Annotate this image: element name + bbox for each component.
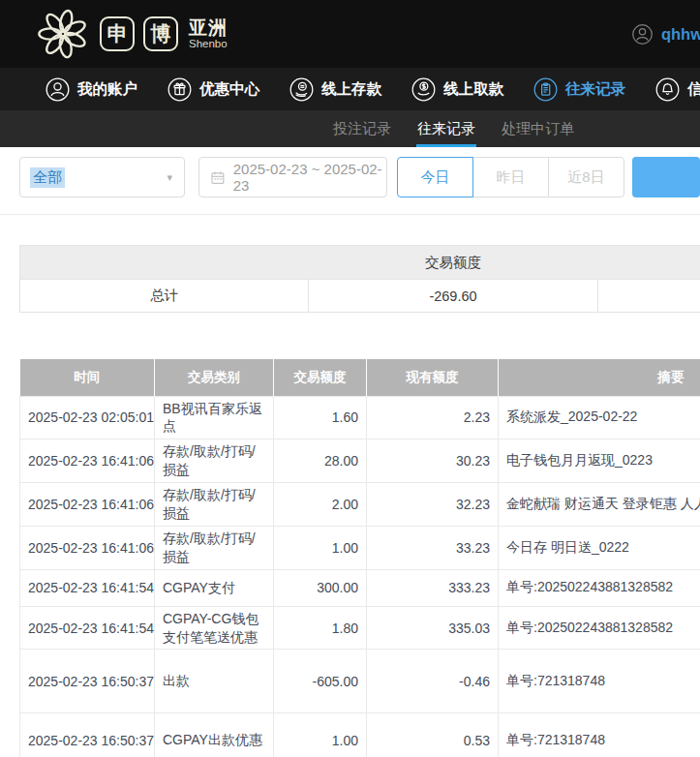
gift-icon [167, 76, 193, 103]
cell-summary: 系统派发_2025-02-22 [499, 396, 700, 439]
bell-icon [654, 76, 681, 103]
col-header-time: 时间 [20, 359, 155, 396]
cell-time: 2025-02-23 02:05:01 [20, 396, 155, 439]
summary-total-value: -269.60 [309, 280, 597, 313]
date-range-value: 2025-02-23 ~ 2025-02-23 [233, 161, 386, 194]
cell-time: 2025-02-23 16:50:37 [20, 713, 155, 757]
cell-balance: 30.23 [367, 439, 499, 483]
logo-char-shen: 申 [100, 16, 135, 51]
page: 申 博 亚洲 Shenbo qhhw [0, 0, 700, 757]
cell-type: CGPAY出款优惠 [155, 713, 274, 757]
username-text[interactable]: qhhw [661, 25, 700, 44]
cell-type: 出款 [155, 650, 274, 713]
last-8-days-button[interactable]: 近8日 [548, 157, 624, 197]
cell-amount: 28.00 [274, 439, 367, 483]
cell-summary: 电子钱包月月返现_0223 [499, 439, 700, 483]
cell-type: 存款/取款/打码/损益 [155, 439, 274, 483]
records-header-row: 时间 交易类别 交易额度 现有额度 摘要 [20, 359, 700, 396]
table-row: 2025-02-23 16:41:06 存款/取款/打码/损益 1.00 33.… [20, 526, 700, 569]
cell-balance: 0.53 [367, 713, 499, 757]
nav-label: 线上存款 [321, 79, 381, 100]
cell-time: 2025-02-23 16:41:06 [20, 439, 155, 483]
section-divider [0, 214, 700, 215]
cell-summary: 今日存 明日送_0222 [499, 526, 700, 569]
cell-amount: 1.00 [274, 526, 367, 569]
cell-amount: 1.00 [274, 713, 367, 757]
cell-time: 2025-02-23 16:41:06 [20, 483, 155, 527]
filter-bar: 全部 ▾ 2025-02-23 ~ 2025-02-23 今日 昨日 近8日 [19, 157, 700, 197]
cell-type: BB视讯百家乐返点 [155, 396, 274, 439]
nav-item-deposit[interactable]: 线上存款 [289, 76, 381, 103]
summary-empty-cell [597, 280, 700, 313]
yesterday-button[interactable]: 昨日 [472, 157, 549, 197]
nav-item-messages[interactable]: 信息中心 [654, 76, 700, 103]
cell-time: 2025-02-23 16:41:54 [20, 569, 155, 606]
col-header-amount: 交易额度 [274, 359, 367, 396]
user-icon [45, 76, 71, 103]
summary-header-label: 交易额度 [20, 246, 700, 280]
table-row: 2025-02-23 16:41:54 CGPAY-CG钱包支付笔笔送优惠 1.… [20, 606, 700, 650]
avatar-icon [630, 22, 654, 46]
nav-label: 我的账户 [77, 79, 137, 100]
table-row: 2025-02-23 16:41:54 CGPAY支付 300.00 333.2… [20, 569, 700, 606]
cell-balance: 33.23 [367, 526, 499, 569]
records-table: 时间 交易类别 交易额度 现有额度 摘要 2025-02-23 02:05:01… [19, 359, 700, 757]
cell-amount: -605.00 [274, 650, 367, 713]
nav-item-promotions[interactable]: 优惠中心 [167, 76, 259, 103]
summary-total-label: 总计 [20, 280, 309, 313]
brand-logo: 申 博 亚洲 Shenbo [35, 6, 228, 62]
tab-processing-orders[interactable]: 处理中订单 [502, 110, 574, 147]
cell-balance: 335.03 [367, 606, 499, 650]
col-header-balance: 现有额度 [367, 359, 499, 396]
table-row: 2025-02-23 16:50:37 CGPAY出款优惠 1.00 0.53 … [20, 713, 700, 757]
top-header: 申 博 亚洲 Shenbo qhhw [0, 0, 700, 68]
summary-table: 交易额度 总计 -269.60 [19, 245, 700, 313]
today-button[interactable]: 今日 [397, 157, 473, 197]
type-select[interactable]: 全部 ▾ [19, 157, 185, 197]
cell-amount: 300.00 [274, 569, 367, 606]
coin-deposit-icon [289, 76, 315, 103]
cell-amount: 1.80 [274, 606, 367, 650]
col-header-summary: 摘要 [499, 359, 700, 396]
nav-item-my-account[interactable]: 我的账户 [45, 76, 137, 103]
search-button[interactable] [632, 157, 700, 197]
table-row: 2025-02-23 16:50:37 出款 -605.00 -0.46 单号:… [20, 650, 700, 713]
records-icon [533, 76, 559, 103]
main-nav: 我的账户 优惠中心 [0, 68, 700, 110]
cell-summary: 金蛇献瑞 财运通天 登录钜惠 人人皆 [499, 483, 700, 527]
nav-label: 往来记录 [565, 79, 625, 100]
tab-betting-records[interactable]: 投注记录 [333, 110, 391, 147]
coin-withdraw-icon [411, 76, 437, 103]
chevron-down-icon: ▾ [167, 171, 172, 184]
cell-summary: 单号:721318748 [499, 650, 700, 713]
cell-summary: 单号:202502243881328582 [499, 606, 700, 650]
logo-name-en: Shenbo [189, 38, 228, 49]
cell-balance: -0.46 [367, 650, 499, 713]
col-header-type: 交易类别 [155, 359, 274, 396]
cell-type: CGPAY支付 [155, 569, 274, 606]
calendar-icon [210, 169, 226, 186]
nav-label: 优惠中心 [199, 79, 259, 100]
tab-bar: 投注记录 往来记录 处理中订单 [0, 110, 700, 147]
cell-summary: 单号:202502243881328582 [499, 569, 700, 606]
quick-range-group: 今日 昨日 近8日 [397, 157, 624, 197]
nav-label: 信息中心 [687, 79, 700, 100]
cell-time: 2025-02-23 16:50:37 [20, 650, 155, 713]
table-row: 2025-02-23 16:41:06 存款/取款/打码/损益 28.00 30… [20, 439, 700, 483]
cell-balance: 2.23 [367, 396, 499, 439]
cell-amount: 2.00 [274, 483, 367, 527]
nav-item-withdraw[interactable]: 线上取款 [411, 76, 503, 103]
logo-char-bo: 博 [143, 16, 178, 51]
cell-type: 存款/取款/打码/损益 [155, 483, 274, 527]
user-account[interactable]: qhhw [630, 0, 700, 68]
flower-logo-icon [35, 6, 91, 62]
logo-wordmark: 亚洲 Shenbo [189, 18, 228, 49]
table-row: 2025-02-23 16:41:06 存款/取款/打码/损益 2.00 32.… [20, 483, 700, 527]
logo-region: 亚洲 [189, 18, 228, 38]
type-select-value: 全部 [30, 167, 65, 188]
nav-item-transactions[interactable]: 往来记录 [533, 76, 625, 103]
cell-summary: 单号:721318748 [499, 713, 700, 757]
tab-transaction-records[interactable]: 往来记录 [417, 110, 475, 147]
date-range-input[interactable]: 2025-02-23 ~ 2025-02-23 [198, 157, 387, 197]
cell-balance: 333.23 [367, 569, 499, 606]
